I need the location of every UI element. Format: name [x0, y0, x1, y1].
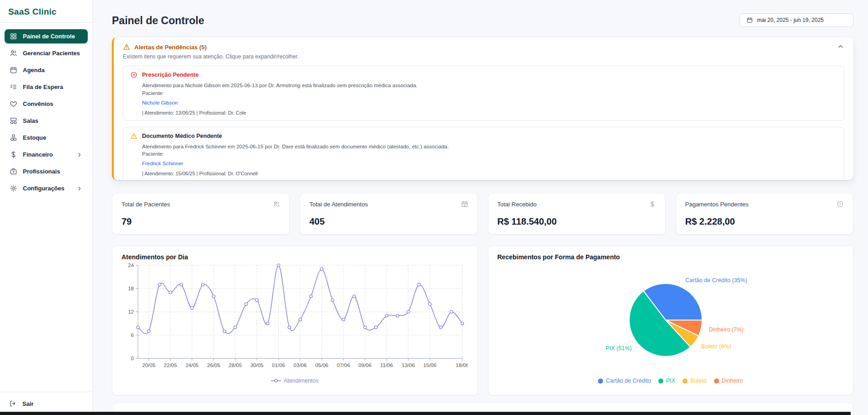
- svg-text:11/06: 11/06: [380, 362, 393, 368]
- sidebar-item-painel-de-controle[interactable]: Painel de Controle: [5, 29, 88, 43]
- alert-description: Atendimento para Fredrick Schinner em 20…: [142, 143, 836, 151]
- alert-meta: | Atendimento: 15/06/25 | Profissional: …: [142, 171, 836, 176]
- app-title: SaaS Clinic: [0, 0, 92, 22]
- alert-title: Documento Médico Pendente: [142, 133, 222, 139]
- alert-title: Prescrição Pendente: [142, 72, 199, 78]
- pie-legend-item[interactable]: Cartão de Crédito: [598, 378, 651, 384]
- window-edge-bar: [0, 412, 851, 415]
- alert-patient-label: Paciente:: [142, 151, 836, 157]
- sidebar-item-label: Profissionais: [23, 168, 60, 175]
- sidebar: SaaS Clinic Painel de ControleGerenciar …: [0, 0, 93, 415]
- alert-item: Prescrição PendenteAtendimento para Nich…: [123, 66, 844, 121]
- line-chart-legend[interactable]: Atendimentos: [122, 378, 468, 384]
- dashboard-icon: [10, 32, 17, 40]
- stat-value: 405: [309, 216, 468, 227]
- svg-text:20/05: 20/05: [142, 362, 155, 368]
- boxes-icon: [10, 134, 17, 142]
- svg-text:22/05: 22/05: [164, 362, 177, 368]
- pie-legend-item[interactable]: PIX: [658, 378, 675, 384]
- pie-legend-item[interactable]: Dinheiro: [714, 378, 743, 384]
- alert-item: Documento Médico PendenteAtendimento par…: [123, 127, 844, 180]
- sidebar-item-configura-es[interactable]: Configurações: [5, 181, 88, 195]
- warning-triangle-icon: [130, 132, 138, 140]
- calendar-icon: [746, 17, 753, 23]
- svg-text:6: 6: [131, 332, 134, 338]
- svg-text:09/06: 09/06: [359, 362, 372, 368]
- stats-row: Total de Pacientes79Total de Atendimento…: [112, 193, 853, 235]
- stat-label: Total de Pacientes: [122, 201, 170, 208]
- gear-icon: [10, 184, 17, 192]
- pie-chart-card: Recebimentos por Forma de Pagamento Cart…: [488, 246, 854, 395]
- patient-link[interactable]: Nichole Gibson: [142, 100, 178, 105]
- stat-card-pagamentos-pendentes: Pagamentos PendentesR$ 2.228,00: [676, 193, 853, 235]
- warning-triangle-icon: [123, 43, 130, 51]
- dollar-icon: [649, 200, 656, 208]
- alert-patient-label: Paciente:: [142, 90, 836, 96]
- calendar-check-icon: [461, 200, 468, 208]
- svg-text:Cartão de Crédito (35%): Cartão de Crédito (35%): [685, 277, 747, 284]
- patient-link[interactable]: Fredrick Schinner: [142, 161, 183, 166]
- sidebar-item-fila-de-espera[interactable]: Fila de Espera: [5, 80, 88, 94]
- stat-value: 79: [122, 216, 280, 227]
- sidebar-item-label: Estoque: [23, 134, 46, 141]
- x-circle-icon: [130, 71, 138, 79]
- date-range-picker[interactable]: mai 20, 2025 - jun 19, 2025: [740, 13, 853, 27]
- sidebar-item-agenda[interactable]: Agenda: [5, 63, 88, 77]
- list-checks-icon: [10, 83, 17, 91]
- alerts-header[interactable]: Alertas de Pendências (5) Existem itens …: [114, 37, 853, 60]
- legend-dot-icon: [598, 378, 603, 383]
- line-chart: 0612182420/0522/0524/0526/0528/0530/0501…: [122, 261, 468, 375]
- sidebar-item-label: Painel de Controle: [23, 33, 75, 40]
- line-chart-card: Atendimentos por Dia 0612182420/0522/052…: [112, 246, 478, 395]
- sidebar-item-conv-nios[interactable]: Convênios: [5, 97, 88, 111]
- pie-legend-label: Cartão de Crédito: [606, 378, 651, 384]
- svg-text:Dinheiro (7%): Dinheiro (7%): [709, 326, 743, 333]
- sidebar-item-gerenciar-pacientes[interactable]: Gerenciar Pacientes: [5, 46, 88, 60]
- line-legend-label: Atendimentos: [284, 378, 318, 384]
- stat-label: Total Recebido: [498, 201, 537, 208]
- stat-value: R$ 118.540,00: [498, 216, 656, 227]
- svg-text:24/05: 24/05: [185, 362, 199, 368]
- sidebar-item-estoque[interactable]: Estoque: [5, 131, 88, 145]
- heart-icon: [10, 100, 17, 108]
- sidebar-item-financeiro[interactable]: Financeiro: [5, 147, 88, 162]
- pie-chart: Cartão de Crédito (35%)PIX (51%)Boleto (…: [498, 261, 844, 376]
- chevron-right-icon: [76, 152, 83, 158]
- stat-value: R$ 2.228,00: [685, 216, 844, 227]
- svg-text:24: 24: [128, 263, 134, 268]
- alerts-panel: Alertas de Pendências (5) Existem itens …: [112, 37, 853, 180]
- alerts-list: Prescrição PendenteAtendimento para Nich…: [114, 60, 853, 180]
- date-range-value: mai 20, 2025 - jun 19, 2025: [757, 17, 824, 23]
- chevron-up-icon[interactable]: [837, 43, 844, 50]
- sidebar-item-salas[interactable]: Salas: [5, 114, 88, 128]
- sidebar-item-label: Configurações: [23, 185, 64, 192]
- stat-card-total-recebido: Total RecebidoR$ 118.540,00: [488, 193, 666, 235]
- dollar-icon: [10, 151, 17, 158]
- line-legend-icon: [271, 378, 281, 383]
- svg-text:Boleto (6%): Boleto (6%): [701, 343, 731, 350]
- briefcase-medical-icon: [10, 168, 17, 175]
- pie-legend-item[interactable]: Boleto: [683, 378, 706, 384]
- sidebar-item-label: Salas: [23, 117, 38, 124]
- rooms-icon: [10, 117, 17, 125]
- users-icon: [273, 200, 280, 208]
- stat-label: Total de Atendimentos: [309, 201, 368, 208]
- pie-legend-label: PIX: [666, 378, 675, 384]
- svg-text:PIX (51%): PIX (51%): [605, 345, 631, 352]
- stat-label: Pagamentos Pendentes: [685, 201, 749, 208]
- logout-label: Sair: [22, 400, 34, 407]
- svg-text:03/06: 03/06: [294, 362, 307, 368]
- line-chart-title: Atendimentos por Dia: [122, 253, 468, 261]
- topbar: Painel de Controle mai 20, 2025 - jun 19…: [112, 12, 853, 27]
- logout-icon: [9, 400, 16, 407]
- main-content: Painel de Controle mai 20, 2025 - jun 19…: [93, 0, 868, 415]
- pie-legend-label: Boleto: [690, 378, 706, 384]
- users-icon: [10, 49, 17, 57]
- svg-text:18: 18: [128, 286, 134, 291]
- alerts-title: Alertas de Pendências (5): [134, 44, 206, 51]
- page-title: Painel de Controle: [112, 15, 204, 27]
- svg-text:26/05: 26/05: [207, 362, 220, 368]
- sidebar-item-profissionais[interactable]: Profissionais: [5, 164, 88, 179]
- legend-dot-icon: [658, 378, 663, 383]
- pie-chart-title: Recebimentos por Forma de Pagamento: [498, 253, 844, 261]
